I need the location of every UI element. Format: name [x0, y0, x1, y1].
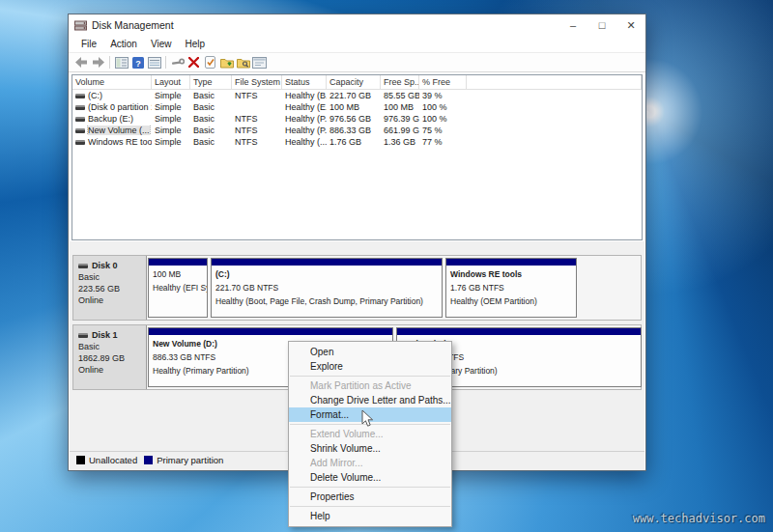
close-button[interactable]: ✕ [616, 14, 645, 36]
disk0-partition-re-tools[interactable]: Windows RE tools 1.76 GB NTFS Healthy (O… [445, 258, 577, 318]
column-header-status[interactable]: Status [282, 75, 327, 89]
volume-icon [75, 105, 85, 110]
window-title: Disk Management [92, 19, 558, 31]
back-icon[interactable] [73, 55, 90, 70]
menu-help[interactable]: Help [178, 37, 212, 51]
delete-icon[interactable] [186, 55, 202, 70]
menu-item-open[interactable]: Open [289, 345, 451, 359]
menu-item-help[interactable]: Help [289, 509, 451, 523]
volume-icon [75, 94, 85, 98]
volume-list: Volume Layout Type File System Status Ca… [72, 74, 643, 240]
toolbar-separator [165, 56, 166, 69]
title-bar[interactable]: Disk Management – □ ✕ [69, 14, 645, 36]
menu-item-add-mirror: Add Mirror... [289, 456, 451, 470]
partition-color-bar [446, 259, 576, 266]
volume-icon [75, 128, 85, 133]
unallocated-swatch [76, 456, 85, 464]
minimize-button[interactable]: – [558, 14, 587, 36]
tools-icon[interactable] [169, 55, 186, 70]
column-header-capacity[interactable]: Capacity [327, 75, 381, 89]
table-row-selected[interactable]: New Volume (... Simple Basic NTFS Health… [72, 125, 642, 136]
menu-separator [290, 376, 450, 377]
properties-icon[interactable] [251, 55, 268, 70]
refresh-icon[interactable] [202, 55, 218, 70]
disk0-partition-efi[interactable]: 100 MB Healthy (EFI System [148, 258, 208, 318]
menu-separator [290, 506, 450, 507]
menu-view[interactable]: View [144, 37, 179, 51]
legend-primary-partition: Primary partition [144, 455, 223, 465]
app-icon [74, 20, 87, 31]
column-header-volume[interactable]: Volume [72, 75, 152, 89]
menu-item-explore[interactable]: Explore [289, 359, 451, 374]
legend-unallocated: Unallocated [76, 455, 137, 465]
open-folder-icon[interactable] [218, 55, 235, 70]
disk-icon [78, 333, 88, 338]
context-menu: Open Explore Mark Partition as Active Ch… [288, 341, 452, 527]
toolbar: ? [69, 52, 645, 72]
primary-partition-swatch [144, 456, 153, 464]
svg-text:?: ? [135, 58, 141, 68]
console-tree-icon[interactable] [113, 55, 129, 70]
list-view-icon[interactable] [146, 55, 162, 70]
column-header-filesystem[interactable]: File System [232, 75, 282, 89]
forward-icon[interactable] [90, 55, 106, 70]
column-header-free-space[interactable]: Free Sp... [381, 75, 419, 89]
column-header-percent-free[interactable]: % Free [419, 75, 467, 89]
partition-color-bar [149, 259, 207, 266]
partition-color-bar [149, 328, 392, 336]
toolbar-separator [109, 56, 110, 69]
watermark: www.techadvisor.com [633, 512, 765, 525]
table-row[interactable]: Windows RE tools Simple Basic NTFS Healt… [72, 136, 642, 148]
menu-item-shrink-volume[interactable]: Shrink Volume... [289, 441, 451, 456]
menu-item-mark-partition-active: Mark Partition as Active [289, 378, 451, 393]
column-header-layout[interactable]: Layout [152, 75, 190, 89]
partition-color-bar [397, 328, 641, 336]
find-folder-icon[interactable] [235, 55, 251, 70]
disk0-label[interactable]: Disk 0 Basic 223.56 GB Online [73, 256, 147, 320]
table-row[interactable]: Backup (E:) Simple Basic NTFS Healthy (P… [72, 113, 642, 125]
column-header-type[interactable]: Type [190, 75, 232, 89]
help-icon[interactable]: ? [129, 55, 146, 70]
menu-separator [290, 487, 450, 488]
volume-icon [75, 140, 85, 145]
volume-icon [75, 117, 85, 122]
mouse-cursor [361, 409, 374, 432]
menu-item-properties[interactable]: Properties [289, 490, 451, 504]
menu-bar: File Action View Help [69, 36, 645, 52]
menu-file[interactable]: File [74, 37, 103, 51]
disk-icon [78, 264, 88, 268]
volume-list-header: Volume Layout Type File System Status Ca… [72, 75, 642, 90]
menu-action[interactable]: Action [103, 37, 144, 51]
maximize-button[interactable]: □ [587, 14, 616, 36]
table-row[interactable]: (C:) Simple Basic NTFS Healthy (B... 221… [72, 90, 642, 101]
disk1-label[interactable]: Disk 1 Basic 1862.89 GB Online [73, 325, 147, 389]
menu-item-change-drive-letter[interactable]: Change Drive Letter and Paths... [289, 393, 451, 407]
table-row[interactable]: (Disk 0 partition 1) Simple Basic Health… [72, 101, 642, 113]
menu-item-delete-volume[interactable]: Delete Volume... [289, 470, 451, 485]
disk0-panel: Disk 0 Basic 223.56 GB Online 100 MB Hea… [72, 255, 642, 321]
disk0-partition-c[interactable]: (C:) 221.70 GB NTFS Healthy (Boot, Page … [211, 258, 443, 318]
partition-color-bar [212, 259, 442, 266]
